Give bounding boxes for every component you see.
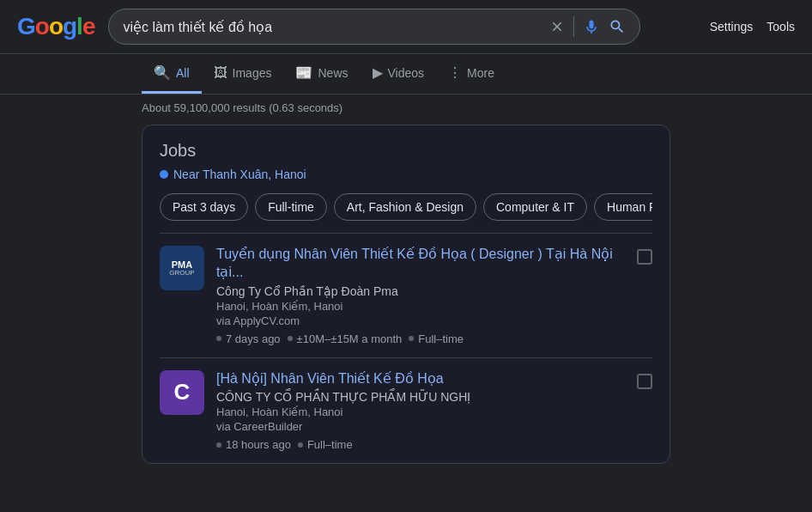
filter-fulltime[interactable]: Full-time	[255, 193, 327, 221]
tab-videos[interactable]: ▶ Videos	[361, 54, 437, 94]
tab-news[interactable]: 📰 News	[283, 54, 360, 94]
job-tag-salary-1: ±10M–±15M a month	[288, 332, 403, 345]
pma-logo-group: GROUP	[169, 270, 194, 277]
tools-link[interactable]: Tools	[767, 20, 795, 34]
filter-row: Past 3 days Full-time Art, Fashion & Des…	[160, 193, 652, 221]
job-item-1: PMA GROUP Tuyển dụng Nhân Viên Thiết Kế …	[160, 233, 652, 357]
clear-search-button[interactable]	[549, 19, 565, 34]
tab-images[interactable]: 🖼 Images	[202, 55, 284, 94]
job-info-2: [Hà Nội] Nhân Viên Thiết Kế Đồ Họa CÔNG …	[216, 370, 625, 452]
pma-logo-text: PMA	[172, 259, 192, 270]
search-input[interactable]	[123, 19, 541, 34]
filter-computer-it[interactable]: Computer & IT	[483, 193, 587, 221]
divider	[573, 16, 574, 37]
tab-videos-label: Videos	[388, 66, 425, 80]
search-button[interactable]	[609, 18, 626, 35]
job-tags-1: 7 days ago ±10M–±15M a month Full–time	[216, 332, 625, 345]
job-location-2: Hanoi, Hoàn Kiếm, Hanoi	[216, 405, 625, 418]
all-icon: 🔍	[154, 64, 171, 81]
job-tag-type-2: Full–time	[298, 438, 353, 451]
news-icon: 📰	[295, 64, 312, 81]
tab-more-label: More	[467, 66, 494, 80]
job-item-2: C [Hà Nội] Nhân Viên Thiết Kế Đồ Họa CÔN…	[160, 357, 652, 464]
location-row: Near Thanh Xuân, Hanoi	[160, 168, 652, 181]
job-via-2: via CareerBuilder	[216, 420, 625, 433]
tab-images-label: Images	[233, 66, 272, 80]
job-info-1: Tuyển dụng Nhân Viên Thiết Kế Đồ Họa ( D…	[216, 246, 625, 345]
job-location-1: Hanoi, Hoàn Kiếm, Hanoi	[216, 300, 625, 313]
job-company-2: CÔNG TY CỔ PHẦN THỰC PHẨM HỮU NGHỊ	[216, 390, 625, 404]
tag-dot	[216, 336, 221, 341]
tag-dot	[288, 336, 293, 341]
job-logo-pma: PMA GROUP	[160, 246, 204, 290]
header-right: Settings Tools	[710, 20, 795, 34]
voice-search-button[interactable]	[583, 18, 600, 35]
job-tag-date-1: 7 days ago	[216, 332, 281, 345]
job-logo-c: C	[160, 370, 204, 415]
jobs-location: Near Thanh Xuân, Hanoi	[173, 168, 306, 181]
location-dot	[160, 170, 168, 179]
videos-icon: ▶	[373, 64, 383, 81]
google-logo: Google	[17, 13, 94, 40]
filter-art-fashion[interactable]: Art, Fashion & Design	[334, 193, 476, 221]
more-icon: ⋮	[448, 64, 462, 81]
header: Google Settings Tools	[0, 0, 812, 54]
nav-tabs: 🔍 All 🖼 Images 📰 News ▶ Videos ⋮ More	[0, 54, 812, 94]
job-checkbox-1[interactable]	[637, 249, 652, 265]
job-tag-date-2: 18 hours ago	[216, 438, 291, 451]
job-title-2[interactable]: [Hà Nội] Nhân Viên Thiết Kế Đồ Họa	[216, 370, 625, 388]
job-company-1: Công Ty Cổ Phần Tập Đoàn Pma	[216, 284, 625, 298]
tab-all-label: All	[176, 66, 190, 80]
jobs-title: Jobs	[160, 141, 652, 161]
jobs-card: Jobs Near Thanh Xuân, Hanoi Past 3 days …	[142, 125, 670, 464]
job-checkbox-2[interactable]	[637, 374, 652, 389]
settings-link[interactable]: Settings	[710, 20, 754, 34]
tag-dot	[216, 442, 221, 448]
filter-past3days[interactable]: Past 3 days	[160, 193, 248, 221]
c-logo-text: C	[174, 379, 191, 405]
tab-all[interactable]: 🔍 All	[142, 54, 202, 94]
images-icon: 🖼	[214, 65, 227, 81]
results-count: About 59,100,000 results (0.63 seconds)	[142, 101, 342, 114]
tag-dot	[409, 336, 414, 341]
job-via-1: via ApplyCV.com	[216, 314, 625, 327]
filter-human-resources[interactable]: Human Resources	[594, 193, 652, 221]
search-bar[interactable]	[108, 9, 640, 45]
results-info: About 59,100,000 results (0.63 seconds)	[0, 94, 812, 121]
job-tags-2: 18 hours ago Full–time	[216, 438, 625, 451]
job-title-1[interactable]: Tuyển dụng Nhân Viên Thiết Kế Đồ Họa ( D…	[216, 246, 625, 282]
tag-dot	[298, 442, 303, 448]
job-tag-type-1: Full–time	[409, 332, 464, 345]
tab-news-label: News	[318, 66, 348, 80]
tab-more[interactable]: ⋮ More	[436, 54, 506, 94]
